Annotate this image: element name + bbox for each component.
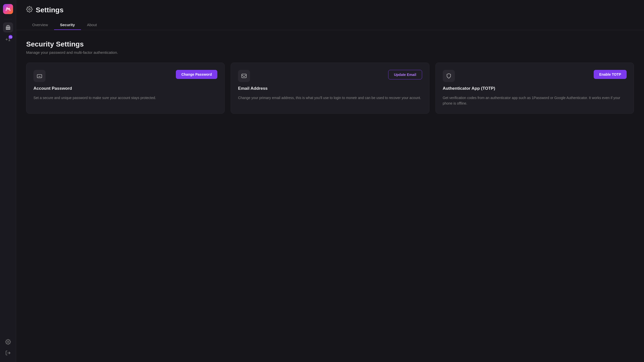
cards-grid: Change Password Account Password Set a s… [26, 63, 634, 114]
update-email-button[interactable]: Update Email [388, 70, 422, 79]
totp-card-desc: Get verification codes from an authentic… [443, 95, 627, 106]
sidebar-item-bank[interactable] [3, 22, 13, 32]
totp-card-header: Enable TOTP [443, 70, 627, 82]
totp-card: Enable TOTP Authenticator App (TOTP) Get… [435, 63, 634, 114]
password-card-desc: Set a secure and unique password to make… [33, 95, 217, 101]
sidebar: +1 +1 [0, 0, 16, 362]
sidebar-item-plus[interactable]: +1 +1 [3, 34, 13, 44]
tab-about[interactable]: About [81, 20, 103, 30]
section-title: Security Settings [26, 40, 634, 48]
tab-security[interactable]: Security [54, 20, 81, 30]
title-row: Settings [26, 6, 634, 14]
sidebar-settings-icon[interactable] [3, 337, 13, 347]
svg-rect-4 [242, 74, 246, 78]
password-card-header: Change Password [33, 70, 217, 82]
section-subtitle: Manage your password and multi-factor au… [26, 50, 634, 55]
email-card-desc: Change your primary email address, this … [238, 95, 422, 101]
svg-point-2 [29, 9, 30, 10]
password-card: Change Password Account Password Set a s… [26, 63, 225, 114]
email-card-title: Email Address [238, 86, 422, 91]
page-header: Settings Overview Security About [16, 0, 644, 30]
tab-overview[interactable]: Overview [26, 20, 54, 30]
page-title: Settings [36, 6, 63, 14]
app-logo[interactable] [3, 4, 13, 14]
shield-icon [443, 70, 455, 82]
tabs-nav: Overview Security About [26, 20, 634, 30]
main-content: Settings Overview Security About Securit… [16, 0, 644, 362]
email-card-header: Update Email [238, 70, 422, 82]
sidebar-bottom [3, 337, 13, 358]
sidebar-logout-icon[interactable] [3, 348, 13, 358]
sidebar-badge: +1 [9, 35, 13, 39]
sidebar-divider [4, 19, 12, 19]
enable-totp-button[interactable]: Enable TOTP [594, 70, 627, 79]
change-password-button[interactable]: Change Password [176, 70, 217, 79]
svg-point-0 [7, 341, 9, 343]
email-card: Update Email Email Address Change your p… [231, 63, 429, 114]
totp-card-title: Authenticator App (TOTP) [443, 86, 627, 91]
password-card-title: Account Password [33, 86, 217, 91]
svg-rect-3 [37, 75, 42, 78]
keyboard-icon [33, 70, 46, 82]
content-area: Security Settings Manage your password a… [16, 30, 644, 362]
email-icon [238, 70, 250, 82]
header-settings-icon [26, 6, 33, 14]
